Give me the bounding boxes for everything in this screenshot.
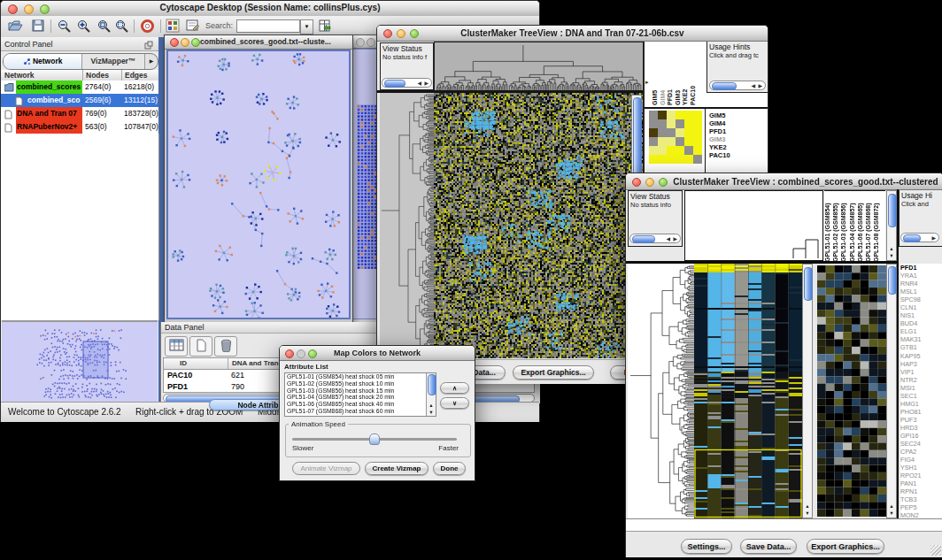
scroll-left-icon[interactable]: ◀ — [751, 82, 755, 89]
col-header-id[interactable]: ID — [180, 358, 187, 369]
network-list-row[interactable]: combined_scores2764(0)16218(0) — [1, 81, 158, 94]
usage-hints-scrollbar[interactable]: ▶ — [900, 233, 939, 242]
column-tree-area[interactable] — [684, 190, 823, 261]
attribute-list-vscrollbar[interactable]: ▲ ▼ — [426, 373, 436, 416]
treeview-combined-titlebar[interactable]: ClusterMaker TreeView : combined_scores_… — [626, 173, 942, 190]
scroll-down-icon[interactable]: ▼ — [427, 410, 436, 416]
create-vizmap-button[interactable]: Create Vizmap — [365, 462, 429, 475]
gene-list-vscrollbar[interactable]: ▲ ▼ — [886, 264, 897, 518]
scroll-up-icon[interactable]: ▲ — [803, 503, 812, 510]
attribute-list-item[interactable]: GPL51-04 (GSM857) heat shock 20 min — [285, 394, 436, 401]
tab-vizmapper[interactable]: VizMapper™ — [82, 54, 145, 69]
animate-vizmap-button[interactable]: Animate Vizmap — [292, 462, 360, 475]
scroll-right-icon[interactable]: ▶ — [758, 82, 762, 89]
scroll-right-icon[interactable]: ▶ — [931, 234, 936, 242]
zoom-fit-icon[interactable] — [97, 19, 112, 37]
zoom-selected-icon[interactable] — [114, 19, 129, 37]
close-button[interactable] — [632, 178, 641, 187]
export-graphics-button[interactable]: Export Graphics... — [807, 539, 884, 554]
network-name: DNA and Tran 07 — [16, 107, 82, 120]
treeview-dna-titlebar[interactable]: ClusterMaker TreeView : DNA and Tran 07-… — [377, 26, 768, 42]
resize-grip[interactable] — [930, 545, 941, 556]
column-dendrogram-canvas[interactable] — [434, 42, 645, 92]
close-button[interactable] — [170, 38, 179, 47]
usage-hints-scrollbar[interactable]: ◀▶ — [709, 81, 766, 90]
scroll-right-icon[interactable]: ▶ — [673, 235, 677, 242]
dialog-titlebar[interactable]: Map Colors to Network — [280, 346, 475, 361]
help-lifesaver-icon[interactable] — [140, 19, 155, 37]
zoom-heatmap-canvas[interactable] — [817, 265, 886, 517]
export-graphics-button[interactable]: Export Graphics... — [513, 365, 594, 380]
attribute-list-item[interactable]: GPL51-03 (GSM856) heat shock 15 min — [285, 387, 436, 395]
column-label: GPL51-06 (GSM865) — [857, 193, 863, 262]
speed-slider-thumb[interactable] — [369, 433, 380, 445]
search-dropdown-icon[interactable]: ▼ — [300, 19, 313, 35]
combined-heatmap-canvas[interactable] — [694, 264, 802, 518]
attribute-table-icon[interactable] — [165, 336, 188, 357]
scroll-down-icon[interactable]: ▼ — [887, 253, 896, 259]
dna-heatmap-canvas[interactable] — [434, 93, 643, 358]
scroll-right-icon[interactable]: ▶ — [424, 80, 429, 87]
hscroll-track-area[interactable] — [626, 518, 942, 532]
scrollbar-thumb[interactable] — [888, 194, 897, 227]
scrollbar-thumb[interactable] — [804, 267, 813, 301]
scroll-up-icon[interactable]: ▲ — [887, 503, 896, 510]
new-attribute-icon[interactable] — [189, 336, 212, 357]
splitter-arrow-icon[interactable]: ▸ — [645, 79, 649, 86]
annotation-icon[interactable] — [185, 19, 200, 36]
zoom-in-icon[interactable] — [76, 19, 91, 37]
animation-speed-label: Animation Speed — [289, 420, 348, 428]
search-input[interactable] — [236, 19, 300, 33]
close-button[interactable] — [356, 38, 365, 47]
view-status-scrollbar[interactable]: ◀▶ — [629, 234, 681, 243]
zoom-button[interactable] — [191, 38, 200, 47]
col-header-network[interactable]: Network — [4, 70, 35, 81]
minimize-button[interactable] — [181, 38, 189, 47]
scroll-left-icon[interactable]: ◀ — [666, 235, 670, 242]
col-header-edges[interactable]: Edges — [121, 70, 148, 81]
vizmapper-icon[interactable] — [166, 19, 180, 36]
import-table-icon[interactable] — [318, 19, 333, 36]
network-list-row[interactable]: RNAPuberNov2+563(0)107847(0) — [1, 120, 158, 134]
scroll-up-icon[interactable]: ▲ — [887, 246, 896, 252]
tab-network[interactable]: Network — [4, 54, 82, 69]
delete-attribute-trash-icon[interactable] — [214, 336, 237, 357]
scroll-up-icon[interactable]: ▲ — [427, 403, 436, 409]
network-view-canvas[interactable] — [168, 51, 349, 318]
scroll-down-icon[interactable]: ▼ — [803, 510, 812, 517]
move-down-button[interactable]: ∨ — [440, 397, 469, 409]
main-titlebar[interactable]: Cytoscape Desktop (Session Name: collins… — [1, 1, 539, 17]
scroll-left-icon[interactable]: ◀ — [417, 80, 421, 87]
save-session-icon[interactable] — [31, 19, 45, 36]
attribute-list-item[interactable]: GPL51-07 (GSM868) heat shock 60 min — [285, 408, 436, 415]
column-labels-vscrollbar[interactable]: ▲ ▼ — [886, 190, 897, 261]
move-up-button[interactable]: ∧ — [440, 382, 469, 394]
minimize-button[interactable] — [367, 38, 375, 47]
save-data-button[interactable]: Save Data... — [740, 539, 797, 554]
minimize-button[interactable] — [645, 178, 654, 187]
row-dendrogram-canvas[interactable] — [628, 264, 694, 518]
done-button[interactable]: Done — [433, 462, 466, 475]
settings-button[interactable]: Settings... — [681, 539, 732, 554]
zoom-button[interactable] — [659, 178, 668, 187]
view-status-title: View Status — [629, 191, 682, 201]
row-dendrogram-canvas[interactable] — [380, 93, 434, 358]
col-header-nodes[interactable]: Nodes — [82, 70, 109, 81]
tab-overflow-arrow-icon[interactable]: ▶ — [145, 54, 158, 69]
scroll-down-icon[interactable]: ▼ — [887, 510, 896, 517]
view-status-scrollbar[interactable]: ◀▶ — [382, 78, 432, 88]
attribute-list-item[interactable]: GPL51-01 (GSM854) heat shock 05 min — [285, 373, 436, 380]
similarity-matrix[interactable] — [649, 111, 702, 164]
network-list-row[interactable]: combined_sco2569(6)13112(15) — [1, 94, 158, 107]
network-edges: 107847(0) — [121, 120, 161, 134]
network-list-row[interactable]: DNA and Tran 07769(0)183728(0) — [1, 107, 158, 120]
scrollbar-thumb[interactable] — [428, 374, 436, 395]
float-panel-icon[interactable] — [144, 40, 153, 54]
attribute-list-item[interactable]: GPL51-02 (GSM855) heat shock 10 min — [285, 380, 436, 387]
open-session-icon[interactable] — [8, 19, 24, 36]
heatmap-vscrollbar[interactable]: ▲ ▼ — [802, 264, 813, 518]
attribute-list-item[interactable]: GPL51-06 (GSM865) heat shock 40 min — [285, 401, 436, 408]
zoom-out-icon[interactable] — [57, 19, 72, 37]
scrollbar-thumb[interactable] — [888, 266, 897, 295]
network-overview-canvas[interactable] — [3, 323, 157, 403]
